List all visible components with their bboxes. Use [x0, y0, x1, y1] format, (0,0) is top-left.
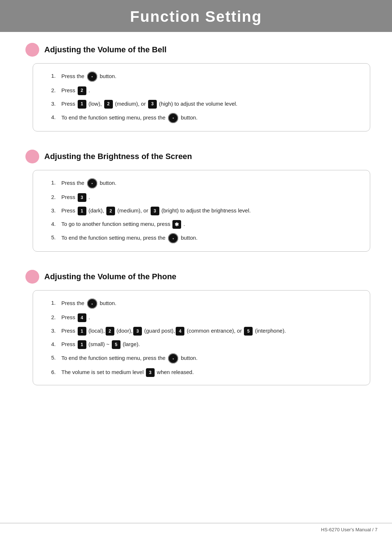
step-1-4: To end the function setting menu, press …: [51, 113, 357, 123]
step-3-3: Press 1 (local),2 (door),3 (guard post),…: [51, 326, 357, 336]
section-dot-2: [25, 150, 39, 163]
ok-button-icon-4: ●: [168, 233, 178, 243]
ok-button-icon-3: ●: [87, 178, 97, 188]
ok-button-icon-2: ●: [168, 113, 178, 123]
key-4b-icon: 4: [176, 327, 184, 336]
step-3-5: To end the function setting menu, press …: [51, 353, 357, 364]
key-2b-icon: 2: [106, 207, 115, 215]
key-3c-icon: 3: [151, 207, 159, 215]
instruction-list-1: Press the ● button. Press 2 . Press 1 (l…: [51, 72, 357, 123]
section-title-wrap-3: Adjusting the Volume of the Phone: [25, 270, 370, 284]
key-4a-icon: 4: [78, 313, 86, 322]
key-2-icon: 2: [78, 86, 86, 95]
instruction-box-1: Press the ● button. Press 2 . Press 1 (l…: [33, 63, 370, 131]
main-content: Adjusting the Volume of the Bell Press t…: [0, 32, 392, 433]
key-3e-icon: 3: [146, 368, 155, 377]
step-1-1: Press the ● button.: [51, 72, 357, 82]
star-key-icon: ✱: [172, 220, 181, 229]
page-title: Function Setting: [0, 8, 392, 25]
key-3a-icon: 3: [148, 100, 157, 109]
section-title-wrap-2: Adjusting the Brightness of the Screen: [25, 150, 370, 163]
key-1c-icon: 1: [78, 327, 86, 336]
step-2-1: Press the ● button.: [51, 178, 357, 188]
ok-button-icon: ●: [87, 72, 97, 82]
key-1a-icon: 1: [78, 100, 86, 109]
step-3-1: Press the ● button.: [51, 299, 357, 309]
key-5a-icon: 5: [244, 327, 253, 336]
key-2c-icon: 2: [106, 327, 114, 336]
step-2-5: To end the function setting menu, press …: [51, 233, 357, 243]
ok-button-icon-5: ●: [87, 299, 97, 309]
step-2-2: Press 3 .: [51, 193, 357, 202]
step-3-4: Press 1 (small) ~ 5 (large).: [51, 340, 357, 349]
step-3-6: The volume is set to medium level 3 when…: [51, 368, 357, 377]
section-screen-brightness: Adjusting the Brightness of the Screen P…: [22, 150, 370, 252]
step-2-4: To go to another function setting menu, …: [51, 220, 357, 229]
section-bell-volume: Adjusting the Volume of the Bell Press t…: [22, 43, 370, 131]
instruction-list-2: Press the ● button. Press 3 . Press 1 (d…: [51, 178, 357, 243]
section-title-2: Adjusting the Brightness of the Screen: [44, 152, 192, 161]
key-5b-icon: 5: [112, 340, 121, 349]
instruction-box-3: Press the ● button. Press 4 . Press 1 (l…: [33, 290, 370, 385]
section-phone-volume: Adjusting the Volume of the Phone Press …: [22, 270, 370, 385]
section-dot-1: [25, 43, 39, 57]
section-title-wrap-1: Adjusting the Volume of the Bell: [25, 43, 370, 57]
key-2a-icon: 2: [104, 100, 113, 109]
ok-button-icon-6: ●: [168, 353, 178, 364]
step-2-3: Press 1 (dark), 2 (medium), or 3 (bright…: [51, 206, 357, 215]
step-1-2: Press 2 .: [51, 86, 357, 95]
section-title-3: Adjusting the Volume of the Phone: [44, 272, 176, 281]
instruction-box-2: Press the ● button. Press 3 . Press 1 (d…: [33, 170, 370, 252]
section-dot-3: [25, 270, 39, 284]
key-3b-icon: 3: [78, 193, 86, 202]
key-1d-icon: 1: [78, 340, 86, 349]
page-header: Function Setting: [0, 0, 392, 32]
step-3-2: Press 4 .: [51, 313, 357, 322]
instruction-list-3: Press the ● button. Press 4 . Press 1 (l…: [51, 299, 357, 377]
key-3d-icon: 3: [133, 327, 142, 336]
step-1-3: Press 1 (low), 2 (medium), or 3 (high) t…: [51, 100, 357, 109]
page-footer: HS-6270 User's Manual / 7: [0, 523, 392, 536]
section-title-1: Adjusting the Volume of the Bell: [44, 45, 167, 54]
footer-text: HS-6270 User's Manual / 7: [321, 527, 377, 532]
key-1b-icon: 1: [78, 207, 86, 215]
